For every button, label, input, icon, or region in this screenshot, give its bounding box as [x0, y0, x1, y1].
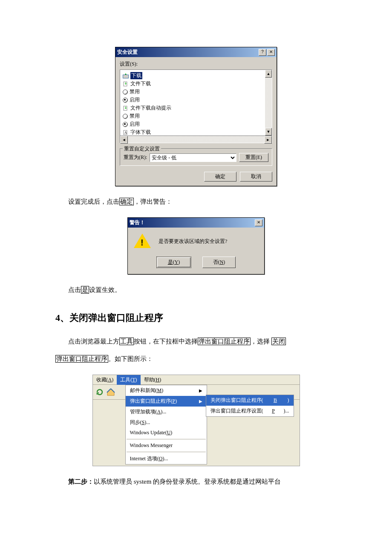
reset-level-select[interactable]: 安全级 - 低 [150, 153, 236, 162]
refresh-icon[interactable] [95, 387, 105, 397]
tree-font-download[interactable]: 字体下载 [130, 129, 151, 136]
warning-icon [134, 234, 151, 249]
scroll-up-icon[interactable]: ▲ [265, 70, 272, 78]
boxed-yes: 是 [81, 286, 89, 294]
security-settings-dialog: 安全设置 ? ✕ 设置(S): 下载 文件下载 禁用 启用 文件下载自动提示 [115, 47, 277, 186]
menu-tools[interactable]: 工具(T) [117, 375, 140, 385]
yes-button[interactable]: 是(Y) [157, 257, 190, 267]
reset-to-label: 重置为(R): [124, 154, 147, 161]
scroll-left-icon[interactable]: ◄ [120, 136, 128, 144]
scroll-right-icon[interactable]: ► [264, 136, 272, 144]
paragraph-popup-instructions-2: 弹出窗口阻止程序。如下图所示： [55, 352, 337, 366]
tree-file-download[interactable]: 文件下载 [130, 80, 151, 87]
tree-download[interactable]: 下载 [130, 72, 142, 79]
paragraph-popup-instructions: 点击浏览器最上方工具按钮，在下拉框中选择弹出窗口阻止程序，选择 关闭 [55, 335, 337, 349]
tree-file-download-prompt[interactable]: 文件下载自动提示 [130, 104, 171, 112]
submenu-arrow-icon: ▶ [199, 399, 202, 404]
reset-group-caption: 重置自定义设置 [123, 145, 161, 153]
radio-disable[interactable] [123, 114, 128, 119]
popup-blocker-submenu: 关闭弹出窗口阻止程序(B) 弹出窗口阻止程序设置(P)... [206, 395, 294, 417]
radio-disable[interactable] [123, 89, 128, 95]
no-button[interactable]: 否(N) [202, 257, 236, 268]
menu-separator [127, 439, 206, 439]
submenu-popup-settings[interactable]: 弹出窗口阻止程序设置(P)... [206, 406, 294, 416]
svg-text:A: A [124, 131, 127, 135]
menu-popup-blocker[interactable]: 弹出窗口阻止程序(P)▶ [126, 396, 207, 407]
horizontal-scrollbar[interactable]: ◄► [120, 136, 272, 143]
warning-dialog: 警告！ ✕ 是否要更改该区域的安全设置? 是(Y) 否(N) [127, 217, 265, 274]
radio-enable[interactable] [123, 122, 128, 127]
tools-dropdown: 邮件和新闻(M)▶ 弹出窗口阻止程序(P)▶ 管理加载项(A)... 同步(S)… [125, 385, 207, 465]
boxed-close: 关闭 [271, 338, 286, 345]
menu-mail-news[interactable]: 邮件和新闻(M)▶ [126, 385, 207, 396]
settings-tree[interactable]: 下载 文件下载 禁用 启用 文件下载自动提示 禁用 启用 A字体下载 禁用 启用… [120, 70, 272, 136]
reset-button[interactable]: 重置(E) [239, 153, 268, 162]
warning-message: 是否要更改该区域的安全设置? [159, 238, 227, 245]
menu-manage-addons[interactable]: 管理加载项(A)... [126, 407, 207, 417]
heading-4: 4、关闭弹出窗口阻止程序 [55, 312, 337, 324]
scroll-down-icon[interactable]: ▼ [265, 128, 272, 136]
boxed-popup-blocker-2: 弹出窗口阻止程序 [55, 355, 108, 363]
menu-windows-messenger[interactable]: Windows Messenger [126, 441, 207, 450]
vertical-scrollbar[interactable]: ▲▼ [265, 70, 272, 136]
radio-enable[interactable] [123, 98, 128, 103]
close-button[interactable]: ✕ [255, 219, 262, 226]
paragraph-click-yes: 点击是设置生效。 [55, 283, 337, 297]
menu-sync[interactable]: 同步(S)... [126, 417, 207, 428]
submenu-close-popup-blocker[interactable]: 关闭弹出窗口阻止程序(B) [206, 395, 294, 406]
file-icon [123, 106, 129, 111]
svg-rect-1 [123, 75, 128, 78]
dialog-titlebar: 安全设置 ? ✕ [115, 47, 277, 57]
paragraph-step2: 第二步：以系统管理员 system 的身份登录系统。登录系统都是通过网站平台 [55, 475, 337, 489]
settings-label: 设置(S): [120, 61, 272, 68]
boxed-popup-blocker: 弹出窗口阻止程序 [198, 338, 251, 345]
warning-titlebar: 警告！ ✕ [128, 218, 264, 228]
dialog-title: 安全设置 [117, 49, 258, 56]
cancel-button[interactable]: 取消 [240, 172, 272, 182]
ie-tools-menu-screenshot: 收藏(A) 工具(T) 帮助(H) 邮件和新闻(M)▶ 弹出窗口阻止程序(P)▶… [92, 375, 300, 466]
boxed-ok: 确定 [119, 198, 134, 205]
menu-windows-update[interactable]: Windows Update(U) [126, 428, 207, 438]
menu-separator [127, 452, 206, 452]
help-button[interactable]: ? [259, 49, 266, 56]
step2-label: 第二步： [68, 478, 94, 485]
home-icon[interactable] [106, 387, 116, 397]
submenu-arrow-icon: ▶ [199, 388, 202, 393]
ok-button[interactable]: 确定 [204, 172, 236, 182]
boxed-tools: 工具 [119, 338, 134, 345]
reset-group: 重置自定义设置 重置为(R): 安全级 - 低 重置(E) [120, 148, 272, 166]
menu-internet-options[interactable]: Internet 选项(O)... [126, 453, 207, 464]
menu-bar: 收藏(A) 工具(T) 帮助(H) [93, 375, 300, 385]
close-button[interactable]: ✕ [267, 49, 275, 56]
paragraph-after-dialog: 设置完成后，点击确定，弹出警告： [55, 195, 337, 209]
font-icon: A [123, 130, 129, 135]
menu-favorites[interactable]: 收藏(A) [93, 375, 117, 385]
menu-help[interactable]: 帮助(H) [141, 375, 165, 385]
file-icon [123, 81, 129, 87]
warning-title: 警告！ [130, 219, 254, 226]
step2-text: 以系统管理员 system 的身份登录系统。登录系统都是通过网站平台 [94, 478, 281, 485]
download-icon [123, 73, 129, 78]
